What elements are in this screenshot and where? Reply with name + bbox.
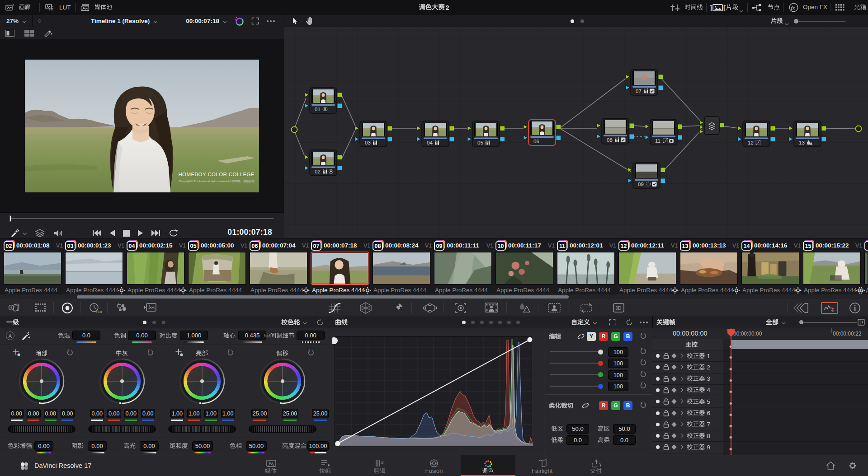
svg-text:fx: fx (791, 5, 795, 10)
svg-text:07: 07 (636, 89, 642, 94)
svg-text:13: 13 (799, 140, 805, 145)
svg-text:09: 09 (638, 182, 644, 187)
svg-text:04: 04 (427, 140, 433, 145)
svg-text:02: 02 (315, 169, 321, 174)
svg-text:11: 11 (655, 138, 660, 144)
svg-text:08: 08 (607, 137, 613, 143)
svg-text:HDR: HDR (96, 310, 102, 314)
svg-text:Copyright© Producers all righ: Copyright© Producers all righ creserved … (179, 179, 255, 183)
svg-text:3D: 3D (615, 305, 622, 311)
svg-text:01: 01 (315, 107, 321, 112)
svg-text:06: 06 (533, 139, 539, 144)
svg-text:HOMEBOY COLOR COLLEGE: HOMEBOY COLOR COLLEGE (178, 172, 255, 177)
svg-text:12: 12 (748, 140, 754, 145)
svg-text:03: 03 (365, 140, 371, 145)
svg-text:05: 05 (477, 140, 483, 145)
